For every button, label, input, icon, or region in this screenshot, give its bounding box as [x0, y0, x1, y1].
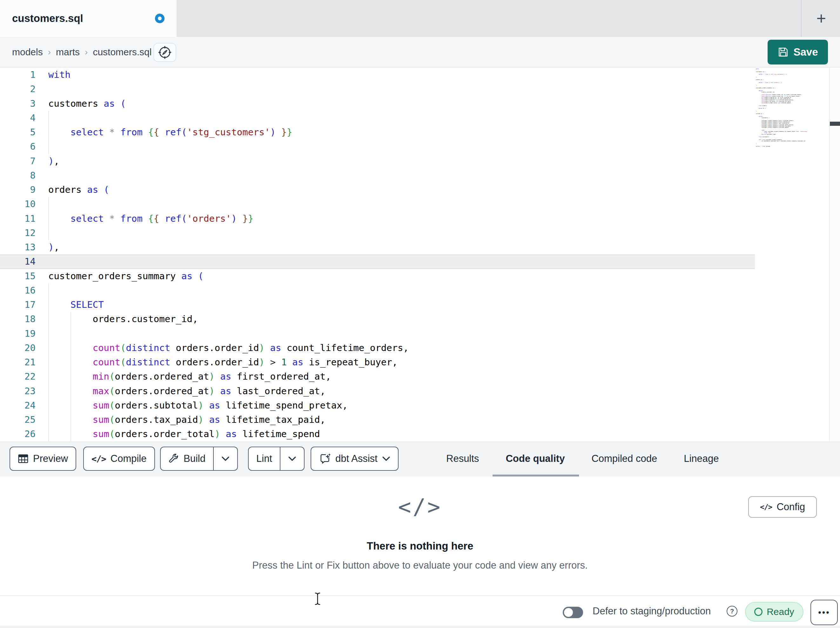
code-editor[interactable]: 1with23customers as (45 select * from {{… [0, 68, 840, 441]
save-label: Save [793, 46, 818, 58]
tab-compiled-code[interactable]: Compiled code [591, 453, 657, 464]
lint-main[interactable]: Lint [249, 447, 280, 470]
table-grid-icon [18, 453, 28, 464]
editor-line-5[interactable]: 5 select * from {{ ref('stg_customers') … [0, 125, 755, 139]
editor-line-4[interactable]: 4 [0, 111, 755, 125]
result-tabs: Results Code quality Compiled code Linea… [446, 442, 719, 475]
indent-guide [48, 283, 49, 297]
tab-lineage[interactable]: Lineage [684, 453, 719, 464]
build-label: Build [183, 453, 205, 464]
line-number: 26 [0, 427, 48, 441]
line-number: 19 [0, 327, 48, 341]
line-number: 10 [0, 197, 48, 211]
unsaved-changes-dot [155, 14, 164, 23]
editor-scrollbar[interactable] [829, 68, 840, 441]
line-number: 14 [0, 255, 48, 269]
code-brackets-icon: </> [0, 494, 840, 519]
editor-line-19[interactable]: 19 [0, 327, 755, 341]
breadcrumb-item-file[interactable]: customers.sql [93, 47, 152, 57]
editor-line-6[interactable]: 6 [0, 139, 755, 154]
lint-button[interactable]: Lint [248, 447, 305, 471]
file-explore-button[interactable] [153, 43, 176, 62]
editor-line-8[interactable]: 8 [0, 168, 755, 183]
editor-line-2[interactable]: 2 [0, 82, 755, 96]
line-number: 25 [0, 413, 48, 427]
line-number: 2 [0, 82, 48, 96]
breadcrumb-separator: › [48, 47, 51, 57]
build-main[interactable]: Build [161, 447, 213, 470]
line-number: 16 [0, 283, 48, 297]
dbt-assist-button[interactable]: dbt Assist [311, 447, 399, 471]
indent-guide [48, 427, 49, 441]
tab-code-quality[interactable]: Code quality [505, 453, 565, 464]
compass-icon [158, 45, 172, 60]
editor-line-17[interactable]: 17 SELECT [0, 297, 755, 312]
editor-line-1[interactable]: 1with [0, 68, 755, 82]
lint-label: Lint [256, 453, 272, 464]
editor-line-9[interactable]: 9orders as ( [0, 183, 755, 197]
defer-toggle[interactable] [563, 607, 583, 618]
indent-guide [71, 355, 71, 369]
editor-line-21[interactable]: 21 count(distinct orders.order_id) > 1 a… [0, 355, 755, 369]
editor-line-22[interactable]: 22 min(orders.ordered_at) as first_order… [0, 369, 755, 384]
help-icon[interactable]: ? [726, 606, 737, 617]
chevron-down-icon [382, 456, 390, 461]
empty-state-description: Press the Lint or Fix button above to ev… [0, 560, 840, 571]
build-dropdown[interactable] [213, 447, 237, 470]
editor-line-10[interactable]: 10 [0, 197, 755, 211]
tab-title: customers.sql [12, 13, 155, 24]
status-bar: Defer to staging/production ? Ready ••• [0, 595, 840, 628]
indent-guide [48, 212, 49, 226]
lint-dropdown[interactable] [280, 447, 304, 470]
indent-guide [48, 297, 49, 312]
breadcrumb-item-marts[interactable]: marts [56, 47, 80, 57]
line-number: 23 [0, 384, 48, 398]
line-number: 1 [0, 68, 48, 82]
compile-label: Compile [111, 453, 147, 464]
line-number: 6 [0, 139, 48, 154]
editor-line-25[interactable]: 25 sum(orders.tax_paid) as lifetime_tax_… [0, 413, 755, 427]
breadcrumb-bar: models › marts › customers.sql [0, 37, 840, 68]
editor-line-11[interactable]: 11 select * from {{ ref('orders') }} [0, 212, 755, 226]
new-tab-button[interactable]: + [811, 8, 831, 28]
code-icon: </> [760, 503, 772, 511]
preview-button[interactable]: Preview [9, 447, 76, 471]
editor-line-26[interactable]: 26 sum(orders.order_total) as lifetime_s… [0, 427, 755, 441]
editor-line-16[interactable]: 16 [0, 283, 755, 297]
indent-guide [71, 398, 71, 413]
more-options-button[interactable]: ••• [810, 600, 838, 625]
dbt-ide-window: customers.sql + models › marts › custome… [0, 0, 840, 628]
chevron-down-icon [288, 456, 296, 461]
compile-button[interactable]: </> Compile [83, 447, 155, 471]
tab-customers-sql[interactable]: customers.sql [0, 0, 177, 37]
config-button[interactable]: </> Config [748, 496, 817, 518]
indent-guide [48, 226, 49, 240]
build-button[interactable]: Build [160, 447, 238, 471]
editor-lines: 1with23customers as (45 select * from {{… [0, 68, 755, 441]
editor-line-15[interactable]: 15customer_orders_summary as ( [0, 269, 755, 283]
indent-guide [48, 369, 49, 384]
editor-line-13[interactable]: 13), [0, 240, 755, 255]
save-icon [777, 46, 789, 58]
editor-line-23[interactable]: 23 max(orders.ordered_at) as last_ordere… [0, 384, 755, 398]
scrollbar-thumb[interactable] [830, 122, 840, 126]
editor-line-24[interactable]: 24 sum(orders.subtotal) as lifetime_spen… [0, 398, 755, 413]
editor-line-20[interactable]: 20 count(distinct orders.order_id) as co… [0, 341, 755, 355]
editor-line-14[interactable]: 14 [0, 255, 755, 269]
editor-line-7[interactable]: 7), [0, 154, 755, 168]
editor-minimap[interactable]: with customers as ( select * from {{ ref… [756, 68, 807, 151]
editor-line-12[interactable]: 12 [0, 226, 755, 240]
breadcrumb-item-models[interactable]: models [12, 47, 43, 57]
chevron-down-icon [221, 456, 230, 461]
line-number: 7 [0, 154, 48, 168]
indent-guide [71, 369, 71, 384]
indent-guide [48, 341, 49, 355]
editor-line-3[interactable]: 3customers as ( [0, 96, 755, 111]
indent-guide [71, 413, 71, 427]
save-button[interactable]: Save [767, 40, 828, 65]
breadcrumb: models › marts › customers.sql [12, 37, 152, 67]
preview-label: Preview [33, 453, 68, 464]
editor-line-18[interactable]: 18 orders.customer_id, [0, 312, 755, 326]
minimap-content: with customers as ( select * from {{ ref… [756, 68, 807, 147]
tab-results[interactable]: Results [446, 453, 479, 464]
